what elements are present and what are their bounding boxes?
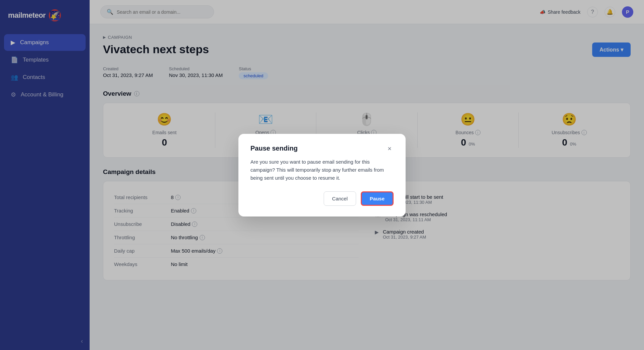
modal-body: Are you sure you want to pause email sen… xyxy=(250,158,394,182)
pause-sending-modal: Pause sending × Are you sure you want to… xyxy=(238,134,406,216)
pause-button[interactable]: Pause xyxy=(361,191,394,206)
modal-header: Pause sending × xyxy=(250,145,394,153)
modal-close-button[interactable]: × xyxy=(386,145,394,153)
cancel-button[interactable]: Cancel xyxy=(324,191,356,206)
modal-overlay[interactable]: Pause sending × Are you sure you want to… xyxy=(0,0,644,350)
modal-title: Pause sending xyxy=(250,145,298,152)
modal-actions: Cancel Pause xyxy=(250,191,394,206)
